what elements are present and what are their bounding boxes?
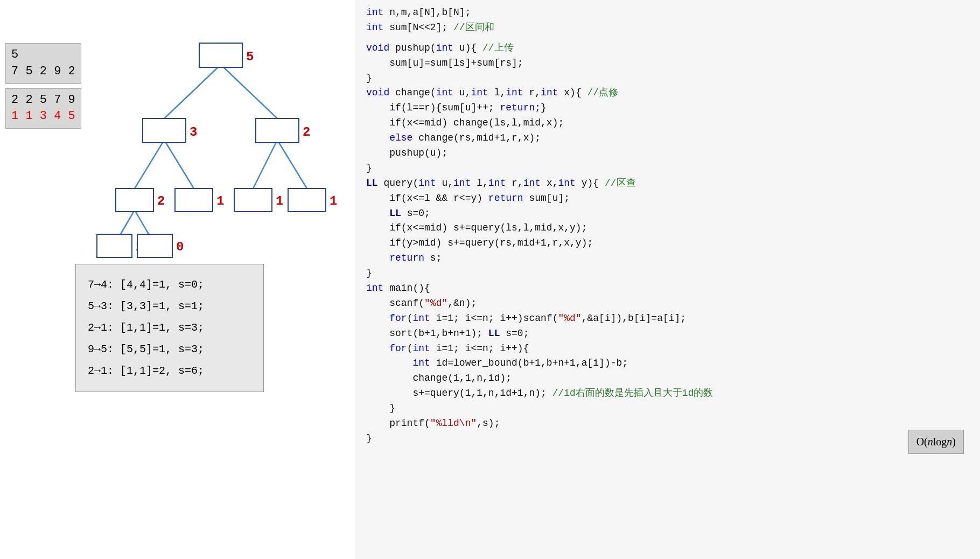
code-line-8: if(x<=mid) change(ls,l,mid,x); — [366, 116, 969, 131]
rank-line: 1 1 3 4 5 — [11, 108, 75, 125]
code-line-1: int n,m,a[N],b[N]; — [366, 5, 969, 20]
svg-line-3 — [164, 140, 194, 188]
query-step-5: 2→1: [1,1]=2, s=6; — [88, 360, 251, 382]
code-line-21: for(int i=1; i<=n; i++)scanf("%d",&a[i])… — [366, 311, 969, 326]
code-line-2: int sum[N<<2]; //区间和 — [366, 20, 969, 36]
svg-text:0: 0 — [176, 240, 184, 254]
svg-line-2 — [135, 140, 164, 188]
svg-rect-12 — [256, 118, 299, 143]
svg-rect-24 — [137, 234, 172, 257]
input-line-1: 5 — [11, 47, 75, 64]
code-line-20: scanf("%d",&n); — [366, 296, 969, 311]
complexity-text: n — [928, 436, 933, 448]
input-line-2: 7 5 2 9 2 — [11, 64, 75, 80]
code-line-24: int id=lower_bound(b+1,b+n+1,a[i])-b; — [366, 356, 969, 371]
tree-svg: 5 3 2 2 1 1 1 2 0 — [86, 32, 355, 269]
code-line-6: void change(int u,int l,int r,int x){ //… — [366, 86, 969, 101]
tree-area: 5 3 2 2 1 1 1 2 0 — [86, 32, 355, 269]
code-line-25: change(1,1,n,id); — [366, 371, 969, 386]
query-step-1: 7→4: [4,4]=1, s=0; — [88, 274, 251, 296]
code-line-22: sort(b+1,b+n+1); LL s=0; — [366, 326, 969, 341]
code-line-11: } — [366, 161, 969, 176]
code-line-4: sum[u]=sum[ls]+sum[rs]; — [366, 56, 969, 71]
svg-text:3: 3 — [190, 125, 197, 139]
svg-line-4 — [253, 140, 277, 188]
code-line-10: pushup(u); — [366, 146, 969, 161]
svg-rect-8 — [199, 43, 242, 67]
svg-text:1: 1 — [276, 194, 283, 208]
code-line-16: if(y>mid) s+=query(rs,mid+1,r,x,y); — [366, 236, 969, 251]
code-line-3: void pushup(int u){ //上传 — [366, 41, 969, 56]
input-box-1: 5 7 5 2 9 2 — [5, 43, 81, 84]
svg-rect-14 — [116, 188, 153, 212]
complexity-badge: O(nlogn) — [908, 430, 964, 454]
sorted-line: 2 2 5 7 9 — [11, 92, 75, 109]
code-line-19: int main(){ — [366, 281, 969, 296]
svg-text:2: 2 — [157, 194, 165, 208]
code-line-12: LL query(int u,int l,int r,int x,int y){… — [366, 176, 969, 191]
svg-text:5: 5 — [246, 50, 254, 64]
code-line-29: } — [366, 431, 969, 446]
code-line-7: if(l==r){sum[u]++; return;} — [366, 101, 969, 116]
code-line-17: return s; — [366, 251, 969, 266]
right-panel: int n,m,a[N],b[N]; int sum[N<<2]; //区间和 … — [355, 0, 980, 559]
code-line-5: } — [366, 71, 969, 86]
left-panel: 5 7 5 2 9 2 2 2 5 7 9 1 1 3 4 5 — [0, 0, 355, 559]
svg-text:2: 2 — [303, 125, 310, 139]
code-line-15: if(x<=mid) s+=query(ls,l,mid,x,y); — [366, 221, 969, 236]
code-line-13: if(x<=l && r<=y) return sum[u]; — [366, 191, 969, 206]
query-step-3: 2→1: [1,1]=1, s=3; — [88, 317, 251, 339]
query-step-2: 5→3: [3,3]=1, s=1; — [88, 296, 251, 317]
code-line-28: printf("%lld\n",s); — [366, 416, 969, 431]
svg-line-0 — [164, 65, 221, 118]
svg-rect-20 — [288, 188, 326, 212]
query-box: 7→4: [4,4]=1, s=0; 5→3: [3,3]=1, s=1; 2→… — [75, 264, 264, 392]
code-line-26: s+=query(1,1,n,id+1,n); //id右面的数是先插入且大于i… — [366, 386, 969, 401]
svg-rect-22 — [97, 234, 132, 257]
svg-line-5 — [277, 140, 307, 188]
input-box-2: 2 2 5 7 9 1 1 3 4 5 — [5, 88, 81, 129]
code-line-14: LL s=0; — [366, 206, 969, 221]
code-line-18: } — [366, 266, 969, 281]
code-line-27: } — [366, 401, 969, 416]
svg-rect-16 — [175, 188, 213, 212]
query-step-4: 9→5: [5,5]=1, s=3; — [88, 339, 251, 360]
svg-rect-10 — [143, 118, 186, 143]
svg-rect-18 — [234, 188, 272, 212]
svg-text:1: 1 — [330, 194, 337, 208]
input-boxes: 5 7 5 2 9 2 2 2 5 7 9 1 1 3 4 5 — [5, 43, 81, 129]
code-line-23: for(int i=1; i<=n; i++){ — [366, 341, 969, 357]
svg-text:1: 1 — [216, 194, 224, 208]
svg-line-1 — [221, 65, 277, 118]
complexity-text2: n — [947, 436, 952, 448]
code-line-9: else change(rs,mid+1,r,x); — [366, 131, 969, 146]
